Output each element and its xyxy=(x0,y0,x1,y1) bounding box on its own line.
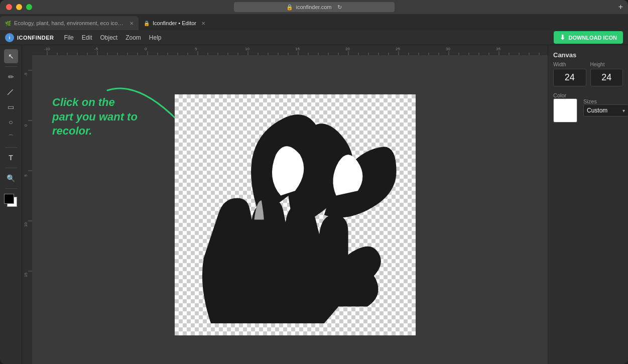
toolbar-divider-1 xyxy=(5,66,17,67)
bezier-icon: ⌒ xyxy=(8,134,14,141)
text-tool[interactable]: T xyxy=(4,151,18,165)
instruction-line2: part you want to xyxy=(52,110,138,125)
select-tool[interactable]: ↖ xyxy=(4,49,18,63)
sizes-dropdown[interactable]: Custom ▾ xyxy=(583,104,628,116)
menu-edit[interactable]: Edit xyxy=(78,32,96,43)
tab-icon-2: 🔒 xyxy=(144,21,150,26)
logo: i ICONFINDER xyxy=(5,33,54,42)
icon-svg[interactable] xyxy=(175,94,416,335)
ruler-top xyxy=(32,45,548,55)
color-field: Color xyxy=(553,92,577,123)
icon-canvas[interactable] xyxy=(175,94,416,335)
toolbar-divider-4 xyxy=(5,188,17,189)
download-button-label: DOWNLOAD ICON xyxy=(568,35,617,41)
tab-bar: 🌿 Ecology, plant, hand, environment, eco… xyxy=(0,14,628,30)
menu-object[interactable]: Object xyxy=(96,32,121,43)
menu-file[interactable]: File xyxy=(60,32,77,43)
height-value[interactable]: 24 xyxy=(590,69,623,86)
icon-frame[interactable] xyxy=(175,94,416,335)
canvas-area[interactable]: Click on the part you want to recolor. xyxy=(22,45,548,364)
dimensions-row: Width 24 Height 24 xyxy=(553,62,623,86)
new-tab-button[interactable]: + xyxy=(618,3,623,11)
text-icon: T xyxy=(9,154,13,162)
main-content: ↖ ✏ | ▭ ○ ⌒ T 🔍 xyxy=(0,45,628,364)
instruction-line1: Click on the xyxy=(52,95,138,110)
menu-bar: i ICONFINDER File Edit Object Zoom Help … xyxy=(0,30,628,45)
instruction-line3: recolor. xyxy=(52,124,138,139)
width-field: Width 24 xyxy=(553,62,586,86)
tab-icon-1: 🌿 xyxy=(5,21,11,26)
toolbar: ↖ ✏ | ▭ ○ ⌒ T 🔍 xyxy=(0,45,22,364)
height-label: Height xyxy=(590,62,623,67)
ellipse-icon: ○ xyxy=(9,118,13,126)
title-bar: 🔒 iconfinder.com ↻ + xyxy=(0,0,628,14)
color-row: Color Sizes Custom ▾ xyxy=(553,92,623,123)
width-label: Width xyxy=(553,62,586,67)
sizes-label: Sizes xyxy=(583,98,628,104)
logo-icon: i xyxy=(5,33,14,42)
app-window: 🔒 iconfinder.com ↻ + 🌿 Ecology, plant, h… xyxy=(0,0,628,364)
line-icon: | xyxy=(7,88,15,96)
url-text: iconfinder.com xyxy=(296,4,332,10)
download-icon: ⬇ xyxy=(560,34,565,41)
right-panel: Canvas Width 24 Height 24 Color xyxy=(548,45,628,364)
canvas-title: Canvas xyxy=(553,51,623,59)
sizes-field: Sizes Custom ▾ xyxy=(583,98,628,116)
bezier-tool[interactable]: ⌒ xyxy=(4,130,18,144)
maximize-button[interactable] xyxy=(26,4,32,10)
ellipse-tool[interactable]: ○ xyxy=(4,115,18,129)
chevron-down-icon: ▾ xyxy=(622,108,625,113)
tab-label-2: Iconfinder • Editor xyxy=(153,20,196,26)
tab-iconfinder-download[interactable]: 🌿 Ecology, plant, hand, environment, eco… xyxy=(0,16,139,30)
pencil-icon: ✏ xyxy=(8,73,14,81)
color-swatch-group[interactable] xyxy=(4,194,18,208)
instruction-overlay: Click on the part you want to recolor. xyxy=(52,95,138,139)
lock-icon: 🔒 xyxy=(286,4,293,11)
close-button[interactable] xyxy=(6,4,12,10)
tab-close-2[interactable]: ✕ xyxy=(201,21,205,26)
color-label: Color xyxy=(553,92,577,98)
foreground-color-swatch[interactable] xyxy=(4,194,14,204)
tab-label-1: Ecology, plant, hand, environment, eco i… xyxy=(14,20,124,26)
rect-icon: ▭ xyxy=(8,103,14,111)
tab-close-1[interactable]: ✕ xyxy=(130,21,134,26)
zoom-tool[interactable]: 🔍 xyxy=(4,171,18,185)
canvas-section: Canvas Width 24 Height 24 xyxy=(553,51,623,86)
menu-help[interactable]: Help xyxy=(145,32,166,43)
minimize-button[interactable] xyxy=(16,4,22,10)
sizes-value: Custom xyxy=(587,107,607,114)
ruler-left xyxy=(22,55,32,364)
traffic-lights xyxy=(6,4,32,10)
reload-button[interactable]: ↻ xyxy=(337,4,342,11)
pencil-tool[interactable]: ✏ xyxy=(4,70,18,84)
toolbar-divider-3 xyxy=(5,168,17,168)
tab-editor[interactable]: 🔒 Iconfinder • Editor ✕ xyxy=(139,16,210,30)
toolbar-divider-2 xyxy=(5,147,17,148)
ruler-corner xyxy=(22,45,32,55)
zoom-icon: 🔍 xyxy=(7,174,15,182)
logo-text: ICONFINDER xyxy=(17,35,54,41)
select-icon: ↖ xyxy=(8,52,14,60)
height-field: Height 24 xyxy=(590,62,623,86)
color-swatch[interactable] xyxy=(553,98,577,123)
url-bar[interactable]: 🔒 iconfinder.com ↻ xyxy=(234,2,395,12)
width-value[interactable]: 24 xyxy=(553,69,586,86)
menu-zoom[interactable]: Zoom xyxy=(121,32,145,43)
line-tool[interactable]: | xyxy=(4,85,18,99)
rect-tool[interactable]: ▭ xyxy=(4,100,18,114)
download-icon-button[interactable]: ⬇ DOWNLOAD ICON xyxy=(554,31,623,44)
